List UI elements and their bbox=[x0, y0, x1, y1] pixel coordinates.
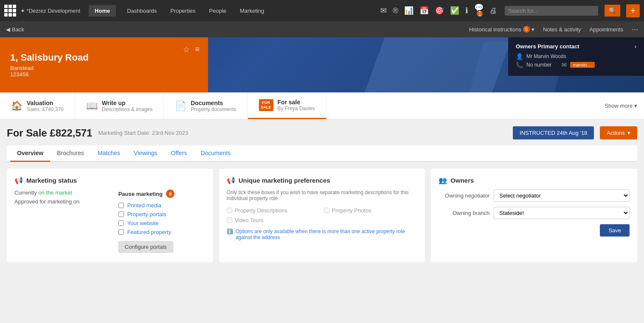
property-portals-checkbox[interactable] bbox=[118, 212, 124, 217]
tab-valuation-sub: Sales: £740,370 bbox=[27, 106, 64, 112]
nav-marketing[interactable]: Marketing bbox=[233, 2, 271, 20]
top-icons: ✉ ® 📊 📅 🎯 ✅ ℹ 💬1 🖨 bbox=[380, 3, 497, 18]
email-icon: ✉ bbox=[562, 61, 567, 68]
your-website-label[interactable]: Your website bbox=[127, 220, 159, 226]
your-website-checkbox[interactable] bbox=[118, 220, 124, 226]
target-icon[interactable]: 🎯 bbox=[435, 6, 444, 15]
chevron-down-icon: ▾ bbox=[634, 103, 637, 109]
save-button[interactable]: Save bbox=[600, 224, 630, 237]
tab-forsale[interactable]: FOR SALE For sale By Freya Davies bbox=[248, 92, 326, 119]
subtab-documents[interactable]: Documents bbox=[194, 145, 238, 162]
chart-icon[interactable]: 📊 bbox=[404, 6, 413, 15]
megaphone-icon: 📢 bbox=[14, 176, 23, 184]
actions-label: Actions bbox=[607, 130, 625, 136]
pause-marketing-row: Pause marketing ⏸ bbox=[118, 189, 205, 198]
tab-documents-sub: Property documents bbox=[191, 106, 236, 112]
checkbox-property-portals: Property portals bbox=[118, 211, 205, 217]
mail-icon[interactable]: ✉ bbox=[380, 6, 387, 15]
negotiator-select[interactable]: Select negotiator bbox=[494, 189, 630, 202]
home-button[interactable]: Home bbox=[89, 5, 116, 17]
subtab-viewings[interactable]: Viewings bbox=[127, 145, 164, 162]
property-descriptions-checkbox[interactable] bbox=[227, 208, 232, 213]
tab-writeup-sub: Descriptions & images bbox=[102, 106, 152, 112]
subtab-brochures[interactable]: Brochures bbox=[50, 145, 91, 162]
property-photos-checkbox[interactable] bbox=[324, 208, 329, 213]
unique-megaphone-icon: 📢 bbox=[227, 176, 235, 184]
printed-media-label[interactable]: Printed media bbox=[127, 202, 161, 209]
instructed-button[interactable]: INSTRUCTED 24th Aug '18 bbox=[513, 126, 594, 139]
printed-media-checkbox[interactable] bbox=[118, 203, 124, 208]
tab-writeup-title: Write up bbox=[102, 100, 152, 106]
more-options-icon[interactable]: ··· bbox=[632, 25, 638, 34]
featured-property-label[interactable]: Featured property bbox=[127, 229, 171, 235]
unique-marketing-label: Unique marketing preferences bbox=[239, 177, 330, 184]
search-button[interactable]: 🔍 bbox=[605, 5, 620, 17]
checkbox-featured-property: Featured property bbox=[118, 229, 205, 235]
owner-email-badge[interactable]: marvin.... bbox=[570, 62, 594, 68]
check-icon[interactable]: ✅ bbox=[450, 6, 459, 15]
owner-name-row: 👤 Mr Marvin Woods bbox=[516, 53, 636, 60]
video-tours-checkbox[interactable] bbox=[227, 217, 232, 223]
approved-text: Approved for marketing on bbox=[14, 198, 101, 205]
add-button[interactable]: + bbox=[626, 4, 640, 17]
featured-property-checkbox[interactable] bbox=[118, 229, 124, 235]
back-button[interactable]: ◀ Back bbox=[6, 26, 24, 33]
show-more-button[interactable]: Show more ▾ bbox=[598, 92, 644, 119]
nav-properties[interactable]: Properties bbox=[163, 2, 202, 20]
subtab-matches-label: Matches bbox=[98, 150, 120, 156]
property-area: Banstead bbox=[10, 65, 198, 71]
subtab-matches[interactable]: Matches bbox=[91, 145, 127, 162]
property-photos-label: Property Photos bbox=[332, 207, 371, 214]
subtab-brochures-label: Brochures bbox=[57, 150, 84, 156]
owner-card-expand-icon[interactable]: › bbox=[635, 43, 636, 50]
tab-writeup[interactable]: 📖 Write up Descriptions & images bbox=[75, 92, 164, 119]
nav-people[interactable]: People bbox=[202, 2, 233, 20]
info-circle-icon: ℹ️ bbox=[227, 228, 233, 234]
search-input[interactable] bbox=[508, 8, 585, 14]
property-hero-card: 1, Salisbury Road Banstead 123456 ☆ ≡ bbox=[0, 37, 208, 92]
nav-dashboards[interactable]: Dashboards bbox=[120, 2, 163, 20]
notification-icon[interactable]: 💬1 bbox=[474, 3, 484, 18]
owners-form: Owning negotiator Select negotiator Owni… bbox=[439, 189, 630, 237]
calendar-icon[interactable]: 📅 bbox=[419, 6, 429, 15]
appointments-link[interactable]: Appointments bbox=[589, 26, 623, 33]
main-nav-links: Dashboards Properties People Marketing bbox=[120, 2, 271, 20]
forsale-label-sale: SALE bbox=[261, 105, 271, 110]
subtab-documents-label: Documents bbox=[201, 150, 231, 156]
alert-icon[interactable]: ℹ bbox=[465, 6, 468, 15]
tab-documents[interactable]: 📄 Documents Property documents bbox=[164, 92, 247, 119]
actions-button[interactable]: Actions ▾ bbox=[600, 126, 637, 139]
notes-activity-link[interactable]: Notes & activity bbox=[543, 26, 581, 33]
listing-date: Marketing Start Date: 23rd Nov 2023 bbox=[98, 130, 188, 136]
hero-section: 1, Salisbury Road Banstead 123456 ☆ ≡ Ow… bbox=[0, 37, 644, 92]
ump-check-descriptions: Property Descriptions bbox=[227, 207, 321, 214]
historical-instructions-link[interactable]: Historical instructions 0 ▾ bbox=[469, 26, 534, 33]
register-icon[interactable]: ® bbox=[393, 6, 398, 15]
pause-icon[interactable]: ⏸ bbox=[166, 189, 174, 198]
star-icon[interactable]: ☆ bbox=[183, 45, 190, 54]
print-icon[interactable]: 🖨 bbox=[489, 6, 497, 15]
marketing-status-card: 📢 Marketing status Currently on the mark… bbox=[7, 169, 213, 262]
historical-instructions-label: Historical instructions bbox=[469, 26, 521, 33]
unique-marketing-info-text: Options are only available when there is… bbox=[236, 228, 418, 240]
checkbox-printed-media: Printed media bbox=[118, 202, 205, 209]
unique-marketing-title: 📢 Unique marketing preferences bbox=[227, 176, 418, 184]
configure-portals-button[interactable]: Configure portals bbox=[118, 241, 173, 253]
grid-icon[interactable] bbox=[4, 5, 16, 17]
show-more-label: Show more bbox=[605, 103, 633, 109]
property-descriptions-label: Property Descriptions bbox=[235, 207, 287, 214]
tab-writeup-texts: Write up Descriptions & images bbox=[102, 100, 152, 112]
branch-select[interactable]: Stateside! bbox=[494, 207, 630, 219]
negotiator-label: Owning negotiator bbox=[439, 192, 489, 199]
property-portals-label[interactable]: Property portals bbox=[127, 211, 166, 217]
marketing-status-title: 📢 Marketing status bbox=[14, 176, 205, 184]
tab-forsale-texts: For sale By Freya Davies bbox=[278, 99, 315, 111]
menu-icon[interactable]: ≡ bbox=[195, 45, 200, 54]
ump-check-photos: Property Photos bbox=[324, 207, 418, 214]
tab-valuation[interactable]: 🏠 Valuation Sales: £740,370 bbox=[0, 92, 75, 119]
top-nav: ✦ *Dezrez Development Home Dashboards Pr… bbox=[0, 0, 644, 21]
subtab-offers-label: Offers bbox=[171, 150, 187, 156]
subtab-overview[interactable]: Overview bbox=[10, 145, 50, 162]
back-arrow-icon: ◀ bbox=[6, 26, 10, 33]
subtab-offers[interactable]: Offers bbox=[164, 145, 194, 162]
